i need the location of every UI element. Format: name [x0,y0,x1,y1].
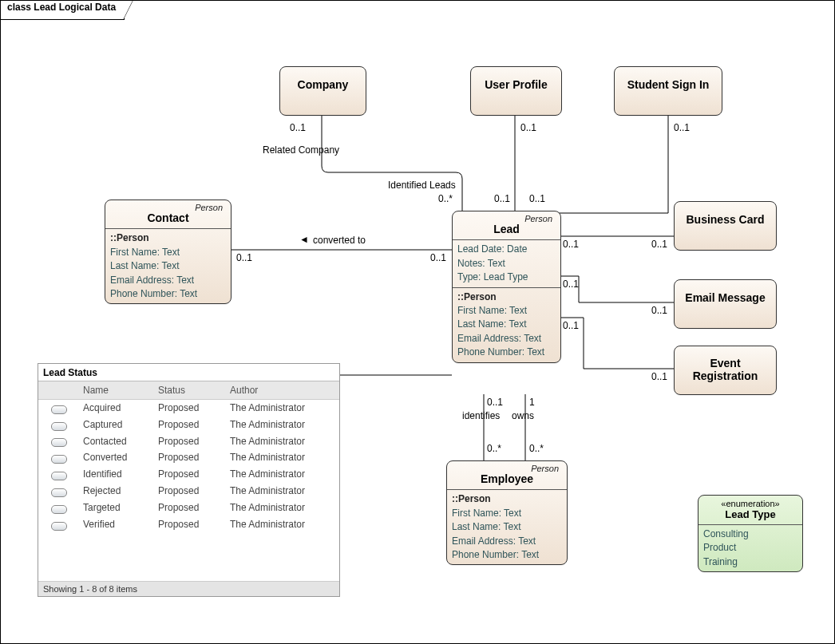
cell-status: Proposed [155,468,227,481]
status-pill-icon [51,505,67,514]
col-author: Author [227,383,339,397]
cell-name: Rejected [80,484,155,498]
mult-lead-studentsignin: 0..1 [529,193,545,204]
mult-owns-bottom: 0..* [529,443,544,454]
mult-bcard: 0..1 [651,239,667,250]
assoc-identifies: identifies [462,410,500,421]
class-email-message[interactable]: Email Message [674,279,777,329]
status-pill-icon [51,488,67,497]
diagram-canvas: class Lead Logical Data 0..1 Related Com… [0,0,835,644]
mult-eventreg: 0..1 [651,371,667,382]
class-company-name: Company [285,79,361,91]
class-contact[interactable]: Person Contact ::Person First Name: Text… [105,200,232,304]
class-user-profile[interactable]: User Profile [470,66,562,116]
mult-identifies-bottom: 0..* [487,443,501,454]
cell-author: The Administrator [227,451,339,464]
table-row[interactable]: RejectedProposedThe Administrator [38,483,339,500]
mult-company-top: 0..1 [290,122,306,133]
status-pill-icon [51,472,67,480]
cell-name: Converted [80,451,155,464]
class-event-registration[interactable]: Event Registration [674,346,777,395]
lead-name: Lead [457,223,556,235]
mult-lead-top-left: 0..* [438,193,453,204]
col-status: Status [155,383,227,397]
mult-identifies-top: 0..1 [487,397,503,408]
cell-status: Proposed [155,401,227,415]
table-row[interactable]: AcquiredProposedThe Administrator [38,400,339,417]
cell-name: Acquired [80,401,155,415]
status-pill-icon [51,438,67,447]
lead-status-rows: AcquiredProposedThe AdministratorCapture… [38,400,339,533]
class-student-signin[interactable]: Student Sign In [614,66,722,116]
cell-author: The Administrator [227,518,339,531]
cell-status: Proposed [155,435,227,448]
mult-owns-top: 1 [529,397,535,408]
cell-name: Identified [80,468,155,481]
status-pill-icon [51,405,67,414]
status-pill-icon [51,455,67,464]
assoc-related-company: Related Company [263,144,339,156]
mult-lead-eventreg: 0..1 [563,320,579,331]
enum-stereo: «enumeration» [703,499,797,508]
converted-to-arrow-icon: ◄ [299,234,309,245]
enum-lead-type[interactable]: «enumeration» Lead Type Consulting Produ… [698,495,803,572]
employee-name: Employee [452,473,562,485]
diagram-title-tab: class Lead Logical Data [1,1,125,20]
table-row[interactable]: ContactedProposedThe Administrator [38,433,339,450]
class-email-message-name: Email Message [679,292,771,304]
mult-lead-contact: 0..1 [430,252,446,263]
class-student-signin-name: Student Sign In [619,79,717,91]
class-lead[interactable]: Person Lead Lead Date: Date Notes: Text … [452,211,561,363]
class-company[interactable]: Company [279,66,366,116]
table-row[interactable]: TargetedProposedThe Administrator [38,500,339,516]
cell-author: The Administrator [227,435,339,448]
lead-attrs: Lead Date: Date Notes: Text Type: Lead T… [453,240,560,286]
cell-name: Targeted [80,501,155,515]
cell-name: Contacted [80,435,155,448]
assoc-identified-leads: Identified Leads [388,180,456,191]
cell-author: The Administrator [227,418,339,432]
cell-status: Proposed [155,518,227,531]
mult-lead-bcard: 0..1 [563,239,579,250]
mult-lead-email: 0..1 [563,279,579,290]
cell-name: Verified [80,518,155,531]
enum-values: Consulting Product Training [698,524,802,571]
contact-person-section: ::Person First Name: Text Last Name: Tex… [105,229,231,303]
contact-name: Contact [110,212,226,224]
enum-name: Lead Type [703,508,797,520]
status-pill-icon [51,522,67,531]
class-event-registration-name: Event Registration [679,357,771,382]
cell-status: Proposed [155,418,227,432]
class-business-card-name: Business Card [679,214,771,226]
lead-status-footer: Showing 1 - 8 of 8 items [38,581,339,596]
mult-userprofile: 0..1 [520,122,536,133]
lead-person-section: ::Person First Name: Text Last Name: Tex… [453,288,560,362]
class-employee[interactable]: Person Employee ::Person First Name: Tex… [446,460,568,565]
cell-author: The Administrator [227,401,339,415]
cell-author: The Administrator [227,468,339,481]
col-name: Name [80,383,155,397]
mult-lead-userprofile: 0..1 [494,193,510,204]
employee-person-section: ::Person First Name: Text Last Name: Tex… [447,490,567,564]
status-pill-icon [51,422,67,431]
lead-status-header: Name Status Author [38,381,339,400]
mult-email: 0..1 [651,305,667,316]
class-user-profile-name: User Profile [476,79,556,91]
cell-status: Proposed [155,501,227,515]
cell-author: The Administrator [227,501,339,515]
class-business-card[interactable]: Business Card [674,201,777,251]
cell-author: The Administrator [227,484,339,498]
mult-studentsignin: 0..1 [674,122,690,133]
lead-status-title: Lead Status [38,364,339,381]
diagram-title: class Lead Logical Data [7,2,116,13]
assoc-owns: owns [512,410,534,421]
lead-status-frame[interactable]: Lead Status Name Status Author AcquiredP… [38,363,340,597]
cell-status: Proposed [155,484,227,498]
table-row[interactable]: CapturedProposedThe Administrator [38,417,339,433]
table-row[interactable]: VerifiedProposedThe Administrator [38,516,339,533]
mult-contact: 0..1 [236,252,252,263]
table-row[interactable]: ConvertedProposedThe Administrator [38,449,339,466]
table-row[interactable]: IdentifiedProposedThe Administrator [38,466,339,483]
assoc-converted-to: converted to [313,235,366,246]
cell-name: Captured [80,418,155,432]
